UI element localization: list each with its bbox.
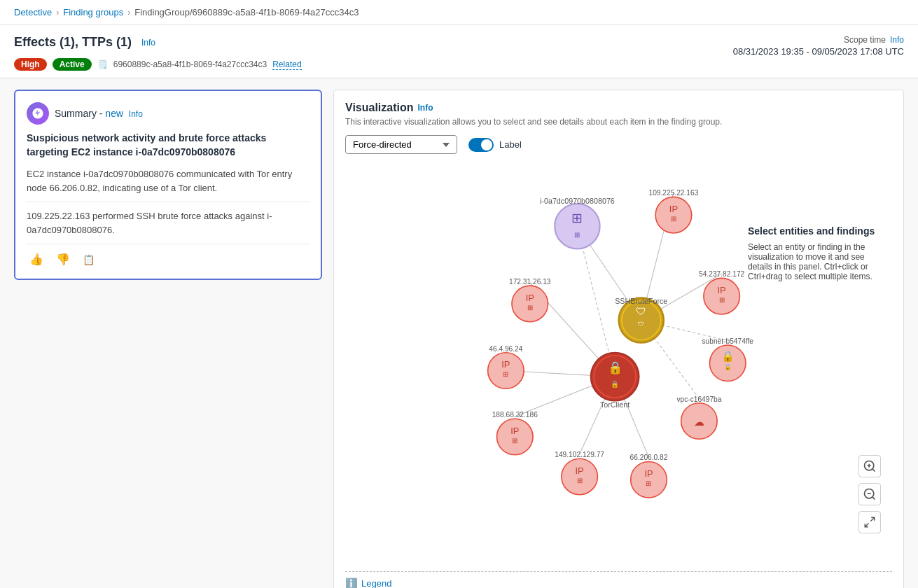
svg-text:⊞: ⊞ (527, 304, 533, 312)
zoom-out-button[interactable] (858, 483, 881, 505)
svg-text:IP: IP (718, 285, 726, 295)
ip6-label: 149.102.129.77 (555, 451, 604, 458)
ip7-label: 66.206.0.82 (630, 454, 668, 461)
svg-text:⊞: ⊞ (512, 437, 517, 444)
feedback-row: 👍 👎 📋 (27, 251, 310, 267)
thumbs-up-button[interactable]: 👍 (27, 251, 46, 267)
thumbs-down-button[interactable]: 👎 (53, 251, 73, 267)
ip1-label: 109.225.22.163 (648, 189, 698, 197)
svg-text:☁: ☁ (694, 416, 704, 428)
svg-text:⊞: ⊞ (719, 296, 725, 304)
svg-text:IP: IP (669, 204, 678, 214)
svg-text:🔒: 🔒 (608, 360, 623, 375)
svg-text:⊞: ⊞ (671, 215, 676, 223)
svg-text:IP: IP (501, 359, 510, 370)
viz-graph: ⊞ ⊞ i-0a7dc0970b0808076 🔒 🔒 TorClient 🛡 … (345, 162, 892, 568)
summary-divider-2 (27, 244, 310, 244)
badge-active: Active (53, 58, 92, 71)
summary-divider (27, 202, 310, 202)
svg-text:IP: IP (510, 426, 519, 436)
header-info-link[interactable]: Info (141, 38, 155, 48)
svg-text:⊞: ⊞ (574, 231, 580, 239)
right-panel: Visualization Info This interactive visu… (333, 90, 904, 588)
svg-line-38 (872, 469, 875, 472)
legend-bar[interactable]: ℹ️ Legend (345, 571, 892, 588)
svg-text:🛡: 🛡 (636, 305, 646, 317)
page-header: Effects (1), TTPs (1) Info High Active 🗒… (0, 25, 918, 78)
zoom-controls (858, 455, 881, 533)
ssh-label: SSHBruteForce (615, 297, 667, 305)
ip5-label: 188.68.32.186 (492, 411, 538, 419)
summary-desc-2: 109.225.22.163 performed SSH brute force… (27, 209, 310, 237)
related-link[interactable]: Related (272, 59, 301, 70)
label-toggle[interactable] (468, 138, 494, 152)
svg-text:🛡: 🛡 (638, 321, 644, 328)
summary-desc-1: EC2 instance i-0a7dc0970b0808076 communi… (27, 167, 310, 195)
header-right: Scope time Info 08/31/2023 19:35 - 09/05… (733, 35, 904, 57)
ec2-label: i-0a7dc0970b0808076 (540, 197, 615, 205)
breadcrumb-detective[interactable]: Detective (14, 7, 52, 18)
label-toggle-row: Label (468, 138, 522, 152)
main-content: Summary - new Info Suspicious network ac… (0, 78, 918, 588)
svg-text:⊞: ⊞ (503, 370, 508, 378)
finding-id: 6960889c-a5a8-4f1b-8069-f4a27ccc34c3 (113, 59, 267, 69)
breadcrumb-sep-1: › (56, 8, 59, 18)
svg-line-45 (865, 524, 868, 527)
scope-title: Scope time Info (733, 35, 904, 45)
legend-icon: ℹ️ (345, 578, 357, 588)
svg-line-44 (871, 517, 875, 521)
viz-area: Select entities and findings Select an e… (345, 162, 892, 568)
fullscreen-button[interactable] (858, 511, 881, 533)
vpc-label: vpc-c16497ba (676, 396, 721, 403)
scope-time: 08/31/2023 19:35 - 09/05/2023 17:08 UTC (733, 46, 904, 57)
viz-info-link[interactable]: Info (418, 103, 433, 113)
viz-title: Visualization Info (345, 102, 892, 114)
select-panel: Select entities and findings Select an e… (748, 225, 881, 281)
ip2-label: 54.237.82.172 (699, 270, 744, 278)
layout-dropdown[interactable]: Force-directed Hierarchical (345, 135, 457, 154)
copy-button[interactable]: 📋 (80, 253, 97, 267)
summary-title: Suspicious network activity and brute fo… (27, 132, 310, 159)
breadcrumb-current: FindingGroup/6960889c-a5a8-4f1b-8069-f4a… (134, 7, 359, 18)
svg-text:⊞: ⊞ (571, 211, 583, 225)
page-title: Effects (1), TTPs (1) (14, 35, 132, 50)
summary-icon (27, 102, 49, 125)
torclient-label: TorClient (600, 400, 630, 409)
summary-header: Summary - new Info (27, 102, 310, 125)
ip3-label: 172.31.26.13 (509, 278, 551, 286)
svg-line-42 (872, 497, 875, 500)
svg-text:🔒: 🔒 (724, 363, 732, 371)
scope-label: Scope time (844, 35, 886, 45)
label-toggle-label: Label (499, 139, 522, 150)
copy-icon: 🗒️ (97, 59, 108, 69)
zoom-in-button[interactable] (858, 455, 881, 477)
summary-info-link[interactable]: Info (129, 109, 143, 119)
left-panel: Summary - new Info Suspicious network ac… (14, 90, 322, 588)
scope-info-link[interactable]: Info (890, 35, 904, 45)
finding-id-row: High Active 🗒️ 6960889c-a5a8-4f1b-8069-f… (14, 58, 302, 71)
svg-text:IP: IP (644, 468, 653, 479)
badge-high: High (14, 58, 47, 71)
legend-label: Legend (361, 578, 391, 589)
summary-label: Summary - new Info (55, 108, 143, 119)
viz-controls: Force-directed Hierarchical Label (345, 135, 892, 154)
subnet-label: subnet-b5474ffe (702, 337, 754, 345)
summary-card: Summary - new Info Suspicious network ac… (14, 90, 322, 280)
svg-text:IP: IP (526, 293, 534, 303)
svg-text:⊞: ⊞ (577, 477, 583, 484)
select-panel-title: Select entities and findings (748, 225, 881, 237)
select-panel-desc: Select an entity or finding in the visua… (748, 242, 881, 281)
breadcrumb-finding-groups[interactable]: Finding groups (63, 7, 123, 18)
svg-text:⊞: ⊞ (646, 479, 651, 487)
viz-desc: This interactive visualization allows yo… (345, 117, 892, 127)
svg-text:IP: IP (576, 465, 584, 476)
breadcrumb-sep-2: › (127, 8, 130, 18)
ip4-label: 46.4.96.24 (489, 345, 522, 353)
breadcrumb: Detective › Finding groups › FindingGrou… (0, 0, 918, 25)
svg-text:🔒: 🔒 (611, 380, 620, 388)
viz-header: Visualization Info This interactive visu… (345, 102, 892, 127)
svg-text:🔒: 🔒 (721, 350, 735, 363)
header-left: Effects (1), TTPs (1) Info High Active 🗒… (14, 35, 449, 71)
